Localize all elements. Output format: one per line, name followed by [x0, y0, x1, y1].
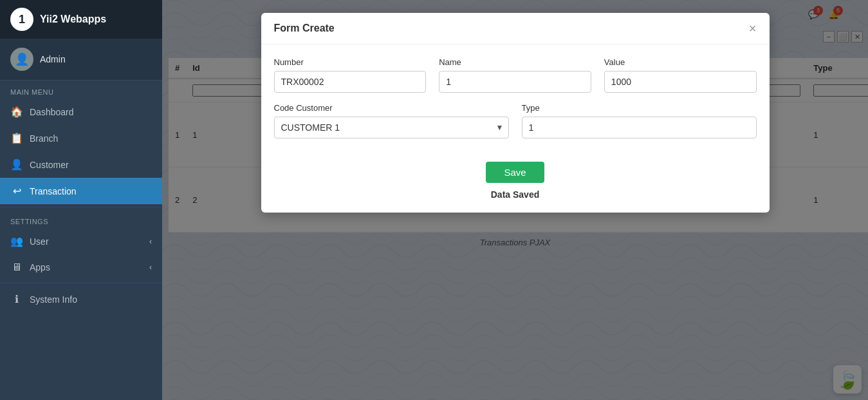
chevron-left-icon: ‹: [149, 237, 152, 246]
code-customer-select[interactable]: CUSTOMER 1 CUSTOMER 2: [274, 117, 509, 138]
settings-label: Settings: [0, 210, 162, 228]
form-row-1: Number Name Value: [274, 57, 757, 93]
code-customer-label: Code Customer: [274, 103, 509, 113]
number-label: Number: [274, 57, 427, 67]
modal-body: Number Name Value: [261, 44, 770, 155]
sidebar-item-label: User: [30, 236, 49, 247]
app-title: Yii2 Webapps: [40, 14, 106, 25]
sidebar-item-label: System Info: [30, 294, 77, 305]
modal-title: Form Create: [274, 23, 335, 34]
modal-overlay: Form Create × Number Name: [162, 0, 868, 400]
sidebar-item-dashboard[interactable]: 🏠 Dashboard: [0, 99, 162, 125]
sidebar-header: 1 Yii2 Webapps: [0, 0, 162, 39]
sidebar-item-transaction[interactable]: ↩ Transaction: [0, 178, 162, 204]
info-icon: ℹ: [10, 293, 23, 305]
value-field-group: Value: [604, 57, 757, 93]
sidebar-item-customer[interactable]: 👤 Customer: [0, 151, 162, 178]
main-content: ☰ Home Contact Logout 🔍 💬 3 🔔 5 ⊞: [162, 0, 868, 400]
sidebar-item-label: Branch: [30, 133, 58, 144]
name-field-group: Name: [439, 57, 591, 93]
customer-icon: 👤: [10, 158, 23, 171]
sidebar: 1 Yii2 Webapps 👤 Admin Main Menu 🏠 Dashb…: [0, 0, 162, 400]
number-field-group: Number: [274, 57, 427, 93]
code-customer-select-wrapper: CUSTOMER 1 CUSTOMER 2 ▼: [274, 117, 509, 138]
sidebar-item-label: Apps: [30, 262, 50, 272]
chevron-left-icon: ‹: [149, 263, 152, 272]
data-saved-message: Data Saved: [274, 189, 757, 200]
sidebar-item-label: Transaction: [30, 186, 77, 196]
sidebar-item-apps[interactable]: 🖥 Apps ‹: [0, 254, 162, 280]
sidebar-item-user[interactable]: 👥 User ‹: [0, 228, 162, 254]
transaction-icon: ↩: [10, 185, 23, 197]
form-row-2: Code Customer CUSTOMER 1 CUSTOMER 2 ▼ Ty…: [274, 103, 757, 138]
code-customer-field-group: Code Customer CUSTOMER 1 CUSTOMER 2 ▼: [274, 103, 509, 138]
number-input[interactable]: [274, 71, 427, 93]
sidebar-item-label: Customer: [30, 160, 69, 170]
username-label: Admin: [40, 54, 66, 64]
sidebar-user: 👤 Admin: [0, 39, 162, 81]
modal-footer: Save Data Saved: [261, 155, 770, 213]
type-field-group: Type: [522, 103, 757, 138]
avatar: 👤: [10, 48, 33, 71]
type-input[interactable]: [522, 117, 757, 138]
home-icon: 🏠: [10, 106, 23, 118]
sidebar-item-label: Dashboard: [30, 107, 74, 117]
app-logo: 1: [10, 8, 33, 31]
modal-header: Form Create ×: [261, 13, 770, 44]
main-menu-label: Main Menu: [0, 81, 162, 99]
modal-close-button[interactable]: ×: [749, 22, 757, 35]
value-label: Value: [604, 57, 757, 67]
user-icon: 👥: [10, 235, 23, 247]
sidebar-item-branch[interactable]: 📋 Branch: [0, 125, 162, 151]
value-input[interactable]: [604, 71, 757, 93]
save-button[interactable]: Save: [486, 162, 544, 183]
branch-icon: 📋: [10, 132, 23, 144]
form-create-modal: Form Create × Number Name: [261, 13, 770, 213]
apps-icon: 🖥: [10, 262, 23, 273]
name-label: Name: [439, 57, 591, 67]
sidebar-item-system-info[interactable]: ℹ System Info: [0, 286, 162, 312]
name-input[interactable]: [439, 71, 591, 93]
type-label: Type: [522, 103, 757, 113]
